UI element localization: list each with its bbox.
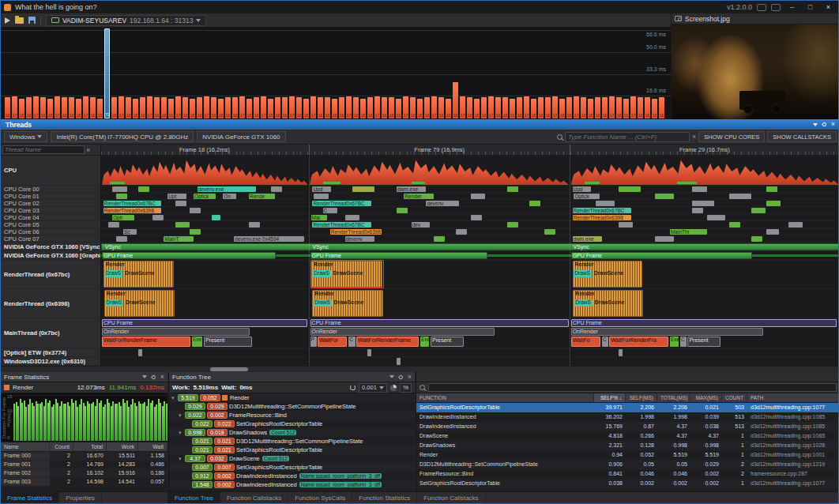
thread-lane[interactable]: GPU FrameGPU FrameGPU Frame xyxy=(101,251,839,260)
timeline-block[interactable] xyxy=(507,222,518,228)
thread-lane[interactable]: UptOptickOnRendeRenderOptick xyxy=(101,193,839,200)
timeline-block[interactable]: DrawScene xyxy=(594,299,641,307)
tree-row[interactable]: 0.9120.002DrawIndexedInstancedName squad… xyxy=(169,472,415,480)
timeline-block[interactable] xyxy=(397,208,408,213)
timeline-block[interactable] xyxy=(529,201,540,206)
close-button[interactable]: × xyxy=(822,3,835,11)
timeline-block[interactable]: C xyxy=(680,337,687,347)
scrollbar-thumb[interactable] xyxy=(210,367,248,371)
timeline-block[interactable] xyxy=(619,222,634,228)
frame-bar[interactable]: 16 xyxy=(581,97,586,118)
frame-bar[interactable]: 16 xyxy=(367,97,373,118)
frame-bar[interactable]: 16 xyxy=(62,97,67,118)
timeline-block[interactable]: dwm.exe xyxy=(573,236,602,242)
threads-panel-header[interactable]: Threads × xyxy=(1,119,839,130)
timeline-block[interactable]: DrawS xyxy=(574,299,592,307)
frame-bar[interactable]: 17 xyxy=(12,96,17,118)
frame-bars[interactable]: 1617151617161517161615171615701617161516… xyxy=(5,28,664,118)
cpu-info-button[interactable]: Intel(R) Core(TM) i7-7700HQ CPU @ 2.80GH… xyxy=(51,131,194,142)
timeline-block[interactable]: Exe xyxy=(670,337,679,347)
frame-bar[interactable]: 15 xyxy=(510,99,515,118)
pin-icon[interactable] xyxy=(151,374,156,379)
timeline-block[interactable] xyxy=(101,243,839,250)
frame-bar[interactable]: 16 xyxy=(26,97,32,118)
timeline-block[interactable] xyxy=(190,208,201,213)
table-row[interactable]: Render0.940.0525.5195.5191d3d12multithre… xyxy=(416,450,839,460)
frame-bar[interactable]: 16 xyxy=(410,97,416,118)
tab-function-syscalls[interactable]: Function SysCalls xyxy=(288,492,352,504)
timeline-block[interactable] xyxy=(175,222,190,228)
timeline-block[interactable] xyxy=(692,208,703,213)
frame-header-label[interactable]: Frame 79 (16.9ms) xyxy=(414,146,465,153)
timeline-block[interactable]: DrawS xyxy=(574,270,591,277)
thread-label[interactable]: CPU Core 05 xyxy=(1,221,101,228)
thread-lane[interactable] xyxy=(101,348,839,357)
thread-label[interactable]: RenderThread (0x6398) xyxy=(1,289,101,318)
frame-bar[interactable]: 16 xyxy=(389,97,394,118)
frame-bar[interactable]: 15 xyxy=(396,99,401,118)
frame-bar[interactable]: 16 xyxy=(126,97,131,118)
frame-bar[interactable]: 16 xyxy=(40,97,46,118)
frame-bar[interactable]: 17 xyxy=(574,96,579,118)
thread-lane[interactable]: devenv.exeUpddwm.exeUpd xyxy=(101,186,839,193)
thread-lane[interactable]: VSyncVSyncVSync xyxy=(101,243,839,251)
percent-toggle-button[interactable]: % xyxy=(400,383,412,393)
frame-bar[interactable]: 16 xyxy=(232,97,238,118)
function-table-header[interactable]: FUNCTIONSELF% ↓SELF(MS)TOTAL(MS)MAX(MS)C… xyxy=(416,393,839,403)
timeline-block[interactable]: DrawS xyxy=(105,270,122,277)
table-row[interactable]: DrawIndexedInstanced36.2021.9981.9980.03… xyxy=(416,412,839,422)
timeline-block[interactable]: OnRender xyxy=(102,328,250,336)
tab-function-callstacks[interactable]: Function Callstacks xyxy=(220,492,288,504)
frame-bar[interactable]: 15 xyxy=(19,99,24,118)
close-icon[interactable]: × xyxy=(831,121,835,128)
table-row[interactable]: Frame 000216.67015.5111.158 xyxy=(1,452,167,461)
timeline-block[interactable]: DrawScene xyxy=(333,299,381,307)
timeline-block[interactable]: DrawS xyxy=(106,299,123,307)
timeline-block[interactable]: Render xyxy=(404,194,433,199)
frame-bar[interactable]: 16 xyxy=(616,97,622,118)
frame-bar[interactable]: 16 xyxy=(161,97,167,118)
tab-frame-statistics[interactable]: Frame Statistics xyxy=(1,492,59,504)
expand-arrow[interactable]: ▾ xyxy=(171,395,178,401)
frame-bar[interactable]: 17 xyxy=(204,96,209,118)
frame-bar[interactable]: 16 xyxy=(282,97,288,118)
maximize-button[interactable]: □ xyxy=(803,3,817,11)
column-header[interactable]: SELF(MS) xyxy=(626,393,657,402)
timeline-block[interactable]: Upd xyxy=(312,186,330,192)
frame-bar[interactable]: 16 xyxy=(602,97,608,118)
timeline-block[interactable] xyxy=(175,201,186,206)
timeline-block[interactable] xyxy=(729,222,740,228)
frame-bar[interactable]: 16 xyxy=(90,97,96,118)
timeline-block[interactable] xyxy=(677,182,696,184)
frame-bar[interactable]: 16 xyxy=(111,97,117,118)
frame-bar[interactable]: 16 xyxy=(566,97,572,118)
thread-label[interactable]: WindowsD3D12.exe (0x6310) xyxy=(1,357,101,366)
tree-row[interactable]: ▾4.370.032DrawSceneCount 512 xyxy=(169,454,415,463)
timeline-block[interactable] xyxy=(585,182,600,184)
frame-bar[interactable]: 16 xyxy=(211,97,216,118)
frame-bar[interactable]: 17 xyxy=(33,96,39,118)
tab-properties[interactable]: Properties xyxy=(59,492,101,504)
timeline-block[interactable] xyxy=(788,222,803,228)
table-row[interactable]: DrawScene4.8180.2664.374.371d3d12multith… xyxy=(416,431,839,441)
timeline-block[interactable] xyxy=(310,158,569,185)
timeline-block[interactable]: Present xyxy=(204,337,252,347)
timeline-block[interactable]: devenv xyxy=(345,236,374,242)
timeline-block[interactable] xyxy=(766,229,780,235)
timeline-block[interactable] xyxy=(110,182,125,184)
frame-bar[interactable]: 16 xyxy=(467,97,472,118)
timeline-block[interactable] xyxy=(596,201,614,206)
timeline-block[interactable]: VSync xyxy=(104,244,149,250)
frame-bar[interactable]: 16 xyxy=(517,97,522,118)
table-row[interactable]: SetGraphicsRootDescriptorTable0.0380.002… xyxy=(416,479,839,488)
pie-icon[interactable] xyxy=(390,385,397,391)
frame-bar[interactable]: 16 xyxy=(5,97,10,118)
thread-lane[interactable]: OptiMaiRenderThread0x6398 xyxy=(101,214,839,221)
tree-row[interactable]: ▾5.5190.052Render xyxy=(169,393,415,402)
frame-bar[interactable]: 15 xyxy=(303,99,309,118)
close-icon[interactable]: × xyxy=(408,374,412,381)
timeline-block[interactable] xyxy=(397,358,401,365)
timeline-block[interactable] xyxy=(619,349,623,356)
timeline-block[interactable] xyxy=(571,158,839,185)
timeline-block[interactable]: WaitFo xyxy=(571,337,600,347)
